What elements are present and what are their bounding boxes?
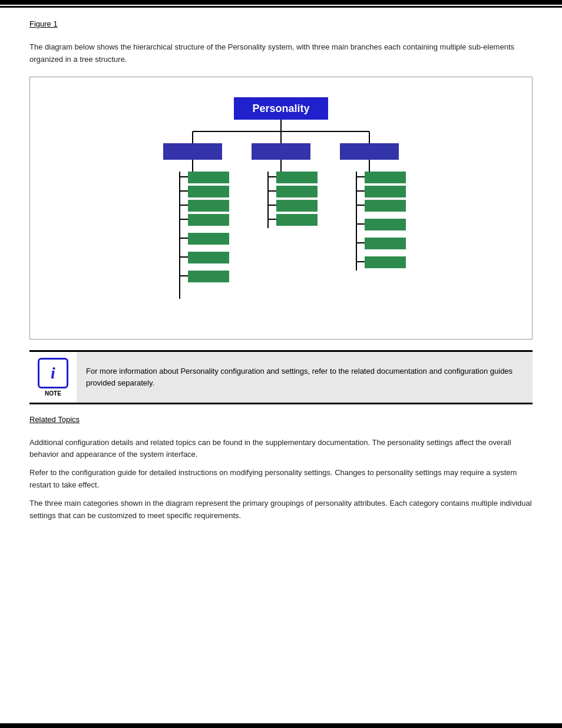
body-text-after: Additional configuration details and rel… — [29, 437, 533, 462]
child3-rect — [340, 143, 399, 160]
c1-leaf3 — [188, 200, 229, 212]
c2-leaf3 — [276, 200, 318, 212]
body-text-more: Refer to the configuration guide for det… — [29, 467, 533, 492]
c1-leaf5 — [188, 233, 229, 245]
note-icon-circle: i — [38, 358, 68, 388]
info-icon: i — [51, 364, 55, 383]
note-section: i NOTE For more information about Person… — [29, 350, 533, 404]
org-chart-svg: Personality — [51, 91, 511, 327]
c3-leaf6 — [365, 256, 406, 268]
related-topics-link[interactable]: Related Topics — [29, 415, 80, 424]
c3-leaf5 — [365, 238, 406, 249]
c3-leaf2 — [365, 186, 406, 197]
bottom-bar — [0, 723, 562, 728]
c3-leaf3 — [365, 200, 406, 212]
root-label: Personality — [252, 103, 309, 114]
c1-leaf7 — [188, 271, 229, 282]
figure-link[interactable]: Figure 1 — [29, 19, 58, 28]
note-label: NOTE — [45, 390, 61, 397]
c2-leaf4 — [276, 214, 318, 226]
child1-rect — [163, 143, 222, 160]
diagram-container: Personality — [29, 77, 533, 340]
c3-leaf4 — [365, 219, 406, 230]
c1-leaf1 — [188, 172, 229, 183]
body-text-1: The diagram below shows the hierarchical… — [29, 41, 533, 66]
top-bar-thick — [0, 0, 562, 5]
c2-leaf2 — [276, 186, 318, 197]
c1-leaf6 — [188, 252, 229, 263]
note-icon-area: i NOTE — [29, 352, 77, 403]
page-content: Figure 1 The diagram below shows the hie… — [0, 8, 562, 539]
c1-leaf2 — [188, 186, 229, 197]
body-text-more2: The three main categories shown in the d… — [29, 498, 533, 522]
c2-leaf1 — [276, 172, 318, 183]
note-text: For more information about Personality c… — [77, 352, 533, 403]
child2-rect — [252, 143, 310, 160]
c1-leaf4 — [188, 214, 229, 226]
org-chart-wrapper: Personality — [42, 91, 520, 327]
c3-leaf1 — [365, 172, 406, 183]
